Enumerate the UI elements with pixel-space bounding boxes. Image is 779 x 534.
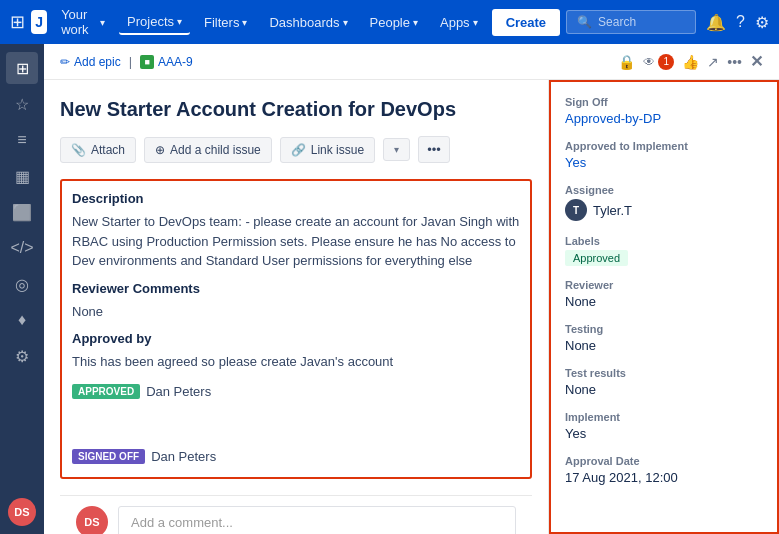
field-reviewer: Reviewer None: [565, 279, 763, 309]
assignee-row: T Tyler.T: [565, 199, 763, 221]
help-icon[interactable]: ?: [736, 13, 745, 31]
share-icon[interactable]: ↗: [707, 54, 719, 70]
nav-left: ⊞ J Your work ▾ Projects ▾ Filters ▾ Das…: [10, 3, 560, 41]
sidebar-board-icon[interactable]: ▦: [6, 160, 38, 192]
description-sub: Description New Starter to DevOps team: …: [72, 191, 520, 271]
nav-dashboards[interactable]: Dashboards ▾: [261, 11, 355, 34]
breadcrumb-issue[interactable]: ■ AAA-9: [140, 55, 193, 69]
sidebar-target-icon[interactable]: ◎: [6, 268, 38, 300]
attach-icon: 📎: [71, 143, 86, 157]
jira-logo[interactable]: J: [31, 10, 47, 34]
approved-badge: APPROVED: [72, 384, 140, 399]
comment-input[interactable]: Add a comment...: [118, 506, 516, 535]
description-heading: Description: [72, 191, 520, 206]
implement-value: Yes: [565, 426, 763, 441]
notifications-icon[interactable]: 🔔: [706, 13, 726, 32]
reviewer-value: None: [565, 294, 763, 309]
search-box[interactable]: 🔍 Search: [566, 10, 696, 34]
testing-value: None: [565, 338, 763, 353]
assignee-value[interactable]: Tyler.T: [593, 203, 632, 218]
nav-people[interactable]: People ▾: [362, 11, 426, 34]
nav-right: 🔍 Search 🔔 ? ⚙: [566, 10, 769, 34]
nav-your-work[interactable]: Your work ▾: [53, 3, 113, 41]
approved-implement-value[interactable]: Yes: [565, 155, 763, 170]
add-epic-button[interactable]: ✏ Add epic: [60, 55, 121, 69]
reviewer-comments-text: None: [72, 302, 520, 322]
eye-icon: 👁: [643, 55, 655, 69]
field-approval-date: Approval Date 17 Aug 2021, 12:00: [565, 455, 763, 485]
assignee-label: Assignee: [565, 184, 763, 196]
reviewer-comments-sub: Reviewer Comments None: [72, 281, 520, 322]
chevron-icon: ▾: [473, 17, 478, 28]
chevron-icon: ▾: [413, 17, 418, 28]
implement-label: Implement: [565, 411, 763, 423]
field-testing: Testing None: [565, 323, 763, 353]
search-icon: 🔍: [577, 15, 592, 29]
reviewer-label: Reviewer: [565, 279, 763, 291]
breadcrumb-sep: |: [129, 54, 132, 69]
signed-person: Dan Peters: [151, 447, 216, 467]
attach-button[interactable]: 📎 Attach: [60, 137, 136, 163]
link-icon: 🔗: [291, 143, 306, 157]
left-sidebar: ⊞ ☆ ≡ ▦ ⬜ </> ◎ ♦ ⚙ DS: [0, 44, 44, 534]
link-issue-button[interactable]: 🔗 Link issue: [280, 137, 375, 163]
approval-date-label: Approval Date: [565, 455, 763, 467]
sidebar-settings-icon[interactable]: ⚙: [6, 340, 38, 372]
more-options-button[interactable]: •••: [418, 136, 450, 163]
nav-apps[interactable]: Apps ▾: [432, 11, 486, 34]
approved-by-sub: Approved by This has been agreed so plea…: [72, 331, 520, 372]
nav-projects[interactable]: Projects ▾: [119, 10, 190, 35]
field-assignee: Assignee T Tyler.T: [565, 184, 763, 221]
field-sign-off: Sign Off Approved-by-DP: [565, 96, 763, 126]
sidebar-star-icon[interactable]: ☆: [6, 88, 38, 120]
sign-off-label: Sign Off: [565, 96, 763, 108]
label-badge[interactable]: Approved: [565, 250, 628, 266]
testing-label: Testing: [565, 323, 763, 335]
issue-body: New Starter Account Creation for DevOps …: [44, 80, 549, 534]
action-bar: 📎 Attach ⊕ Add a child issue 🔗 Link issu…: [60, 136, 532, 163]
add-child-issue-button[interactable]: ⊕ Add a child issue: [144, 137, 272, 163]
top-nav: ⊞ J Your work ▾ Projects ▾ Filters ▾ Das…: [0, 0, 779, 44]
commenter-avatar: DS: [76, 506, 108, 535]
test-results-value: None: [565, 382, 763, 397]
close-button[interactable]: ✕: [750, 52, 763, 71]
approved-by-text: This has been agreed so please create Ja…: [72, 352, 520, 372]
watch-badge[interactable]: 👁 1: [643, 54, 674, 70]
sidebar-list-icon[interactable]: ≡: [6, 124, 38, 156]
signed-badge-row: SIGNED OFF Dan Peters: [72, 447, 520, 467]
settings-icon[interactable]: ⚙: [755, 13, 769, 32]
approved-badge-row: APPROVED Dan Peters: [72, 382, 520, 402]
issue-actions-right: 🔒 👁 1 👍 ↗ ••• ✕: [618, 52, 763, 71]
field-test-results: Test results None: [565, 367, 763, 397]
nav-filters[interactable]: Filters ▾: [196, 11, 255, 34]
sidebar-roadmap-icon[interactable]: ⬜: [6, 196, 38, 228]
issue-title: New Starter Account Creation for DevOps: [60, 96, 532, 122]
sidebar-diamond-icon[interactable]: ♦: [6, 304, 38, 336]
dropdown-arrow-button[interactable]: ▾: [383, 138, 410, 161]
approved-person: Dan Peters: [146, 382, 211, 402]
reviewer-comments-heading: Reviewer Comments: [72, 281, 520, 296]
thumbsup-icon[interactable]: 👍: [682, 54, 699, 70]
assignee-avatar: T: [565, 199, 587, 221]
split-content: New Starter Account Creation for DevOps …: [44, 80, 779, 534]
content-area: ✏ Add epic | ■ AAA-9 🔒 👁 1 👍 ↗ ••• ✕: [44, 44, 779, 534]
right-panel: Sign Off Approved-by-DP Approved to Impl…: [549, 80, 779, 534]
grid-icon[interactable]: ⊞: [10, 11, 25, 33]
child-icon: ⊕: [155, 143, 165, 157]
field-approved-implement: Approved to Implement Yes: [565, 140, 763, 170]
issue-type-icon: ■: [140, 55, 154, 69]
more-icon[interactable]: •••: [727, 54, 742, 70]
test-results-label: Test results: [565, 367, 763, 379]
user-avatar[interactable]: DS: [8, 498, 36, 526]
create-button[interactable]: Create: [492, 9, 560, 36]
description-text: New Starter to DevOps team: - please cre…: [72, 212, 520, 271]
pencil-icon: ✏: [60, 55, 70, 69]
sidebar-home-icon[interactable]: ⊞: [6, 52, 38, 84]
sign-off-value[interactable]: Approved-by-DP: [565, 111, 763, 126]
main-layout: ⊞ ☆ ≡ ▦ ⬜ </> ◎ ♦ ⚙ DS ✏ Add epic | ■ AA…: [0, 44, 779, 534]
chevron-icon: ▾: [343, 17, 348, 28]
sidebar-code-icon[interactable]: </>: [6, 232, 38, 264]
lock-icon[interactable]: 🔒: [618, 54, 635, 70]
approved-implement-label: Approved to Implement: [565, 140, 763, 152]
chevron-icon: ▾: [177, 16, 182, 27]
